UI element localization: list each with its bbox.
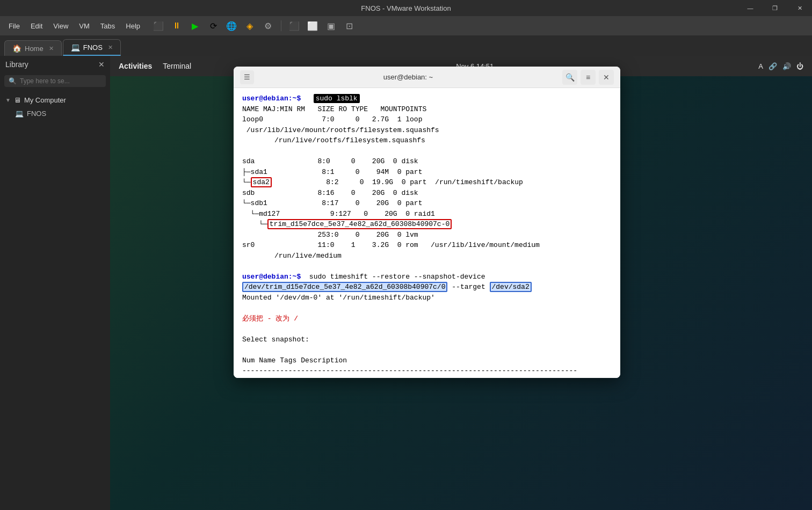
- snapshot-table-header: Num Name Tags Description: [242, 355, 612, 366]
- tabs-bar: 🏠 Home ✕ 💻 FNOS ✕: [0, 35, 812, 56]
- terminal-search-icon[interactable]: 🔍: [562, 70, 577, 85]
- toolbar-view1[interactable]: ⬛: [287, 18, 302, 33]
- lsblk-sr0: sr0 11:0 1 3.2G 0 rom /usr/lib/live/moun…: [242, 240, 612, 251]
- sidebar: Library ✕ 🔍 ▼ 🖥 My Computer 💻 FNOS: [0, 56, 110, 510]
- my-computer-label: My Computer: [24, 96, 66, 104]
- lsblk-lvm: 253:0 0 20G 0 lvm: [242, 230, 612, 241]
- sda2-highlight: sda2: [251, 177, 272, 187]
- gnome-system-tray: A 🔗 🔊 ⏻: [758, 62, 803, 70]
- terminal-actions: 🔍 ≡ ✕: [562, 70, 614, 85]
- lsblk-header: NAME MAJ:MIN RM SIZE RO TYPE MOUNTPOINTS: [242, 104, 612, 115]
- snapshot-table-divider: ----------------------------------------…: [242, 366, 612, 376]
- tab-fnos[interactable]: 💻 FNOS ✕: [63, 39, 121, 56]
- tab-home-label: Home: [25, 45, 44, 53]
- sidebar-item-my-computer[interactable]: ▼ 🖥 My Computer: [0, 93, 110, 107]
- target-device-highlight: /dev/sda2: [490, 282, 532, 292]
- lsblk-trim: └─trim_d15e7dce_5e37_4e82_a62d_60308b409…: [242, 219, 612, 230]
- menu-tabs[interactable]: Tabs: [96, 20, 119, 32]
- menu-view[interactable]: View: [49, 20, 73, 32]
- snapshot-row-0: 0 > 2024-11-06_21-18-11 W: [242, 376, 612, 378]
- keyboard-indicator[interactable]: A: [758, 62, 763, 70]
- toolbar-play[interactable]: ▶: [187, 18, 202, 33]
- close-button[interactable]: ✕: [787, 0, 812, 16]
- toolbar-refresh[interactable]: ⟳: [206, 18, 221, 33]
- chevron-down-icon: ▼: [5, 97, 11, 103]
- toolbar-view2[interactable]: ⬜: [305, 18, 320, 33]
- titlebar: FNOS - VMware Workstation — ❐ ✕: [0, 0, 812, 16]
- menu-vm[interactable]: VM: [75, 20, 94, 32]
- fnos-sidebar-label: FNOS: [27, 110, 46, 118]
- titlebar-title: FNOS - VMware Workstation: [361, 4, 451, 12]
- tab-fnos-label: FNOS: [83, 43, 103, 52]
- tab-home-close[interactable]: ✕: [49, 45, 54, 52]
- restore-button[interactable]: ❐: [763, 0, 787, 16]
- home-icon: 🏠: [12, 44, 21, 53]
- toolbar: ⬛ ⏸ ▶ ⟳ 🌐 ◈ ⚙ ⬛ ⬜ ▣ ⊡: [151, 18, 357, 33]
- lsblk-sr0-2: /run/live/medium: [242, 251, 612, 261]
- lsblk-loop0-2: /run/live/rootfs/filesystem.squashfs: [242, 135, 612, 146]
- sidebar-tree: ▼ 🖥 My Computer 💻 FNOS: [0, 91, 110, 122]
- toolbar-divider: [281, 20, 281, 31]
- main-area: Library ✕ 🔍 ▼ 🖥 My Computer 💻 FNOS Activ…: [0, 56, 812, 510]
- lsblk-md127: └─md127 9:127 0 20G 0 raid1: [242, 209, 612, 220]
- chinese-note: 必须把 - 改为 /: [242, 314, 612, 324]
- sidebar-close-icon[interactable]: ✕: [98, 60, 105, 69]
- toolbar-view4[interactable]: ⊡: [342, 18, 357, 33]
- trim-device-highlight: trim_d15e7dce_5e37_4e82_a62d_60308b40907…: [267, 219, 452, 229]
- sidebar-title: Library: [5, 60, 28, 69]
- search-input[interactable]: [20, 77, 102, 85]
- terminal-window: ☰ user@debian: ~ 🔍 ≡ ✕ user@debian:~$ su…: [234, 67, 620, 378]
- computer-icon: 🖥: [14, 96, 21, 104]
- sidebar-search-container: 🔍: [4, 75, 106, 87]
- toolbar-settings[interactable]: ⚙: [260, 18, 276, 33]
- fnos-sidebar-icon: 💻: [15, 110, 24, 118]
- lsblk-blank1: [242, 146, 612, 157]
- terminal-hamburger-icon[interactable]: ≡: [581, 70, 596, 85]
- lsblk-header-text: NAME MAJ:MIN RM SIZE RO TYPE MOUNTPOINTS: [242, 105, 426, 113]
- mounted-msg: Mounted '/dev/dm-0' at '/run/timeshift/b…: [242, 293, 612, 303]
- lsblk-sda2: └─sda2 8:2 0 19.9G 0 part /run/timeshift…: [242, 177, 612, 188]
- sidebar-item-fnos[interactable]: 💻 FNOS: [0, 107, 110, 120]
- toolbar-record[interactable]: ⬛: [151, 18, 166, 33]
- volume-icon[interactable]: 🔊: [782, 62, 791, 70]
- menu-edit[interactable]: Edit: [26, 20, 47, 32]
- search-icon: 🔍: [9, 77, 17, 85]
- lsblk-sda1: ├─sda1 8:1 0 94M 0 part: [242, 167, 612, 178]
- menubar: File Edit View VM Tabs Help ⬛ ⏸ ▶ ⟳ 🌐 ◈ …: [0, 16, 812, 35]
- power-icon[interactable]: ⏻: [796, 62, 803, 70]
- terminal-menu-icon[interactable]: ☰: [240, 70, 254, 84]
- blank4: [242, 324, 612, 334]
- select-snapshot: Select snapshot:: [242, 334, 612, 345]
- prompt-1: user@debian:~$: [242, 94, 301, 103]
- sidebar-header: Library ✕: [0, 56, 110, 73]
- lsblk-loop0: loop0 7:0 0 2.7G 1 loop /usr/lib/live/mo…: [242, 114, 612, 135]
- menu-help[interactable]: Help: [121, 20, 144, 32]
- lsblk-blank2: [242, 261, 612, 272]
- minimize-button[interactable]: —: [738, 0, 763, 16]
- snapshot-device-highlight: /dev/trim_d15e7dce_5e37_4e82_a62d_60308b…: [242, 282, 447, 292]
- toolbar-network[interactable]: 🌐: [224, 18, 239, 33]
- window-controls: — ❐ ✕: [738, 0, 812, 16]
- tab-home[interactable]: 🏠 Home ✕: [4, 40, 62, 56]
- blank3: [242, 303, 612, 314]
- menu-file[interactable]: File: [4, 20, 24, 32]
- toolbar-pause[interactable]: ⏸: [169, 18, 184, 33]
- command-lsblk: sudo lsblk: [314, 94, 360, 103]
- gnome-activities[interactable]: Activities: [119, 62, 152, 70]
- blank5: [242, 345, 612, 355]
- vm-content[interactable]: Activities Terminal Nov 6 14:51 A 🔗 🔊 ⏻ …: [110, 56, 812, 510]
- lsblk-sda: sda 8:0 0 20G 0 disk: [242, 156, 612, 167]
- network-icon[interactable]: 🔗: [769, 62, 777, 70]
- tab-fnos-close[interactable]: ✕: [108, 44, 113, 51]
- prompt-2: user@debian:~$: [242, 273, 301, 281]
- toolbar-snapshot[interactable]: ◈: [242, 18, 257, 33]
- lsblk-sdb1: └─sdb1 8:17 0 20G 0 part: [242, 198, 612, 209]
- terminal-body[interactable]: user@debian:~$ sudo lsblk NAME MAJ:MIN R…: [234, 88, 620, 378]
- fnos-icon: 💻: [71, 43, 80, 52]
- gnome-terminal-label[interactable]: Terminal: [163, 62, 191, 70]
- lsblk-sdb: sdb 8:16 0 20G 0 disk: [242, 188, 612, 199]
- terminal-close-icon[interactable]: ✕: [599, 70, 614, 85]
- terminal-titlebar: ☰ user@debian: ~ 🔍 ≡ ✕: [234, 67, 620, 88]
- terminal-title: user@debian: ~: [258, 73, 558, 81]
- toolbar-view3[interactable]: ▣: [323, 18, 338, 33]
